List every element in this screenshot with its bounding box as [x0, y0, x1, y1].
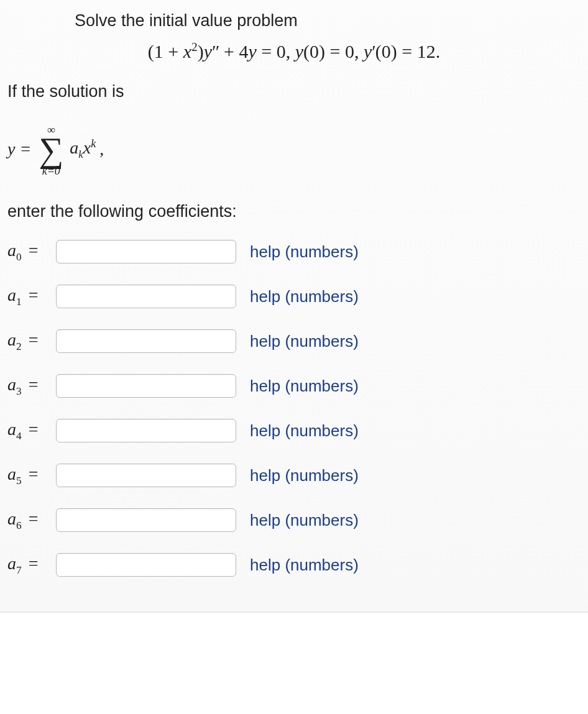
- coefficient-label-a1: a1 =: [7, 285, 56, 308]
- help-link-a6[interactable]: help (numbers): [250, 511, 359, 530]
- series-lhs: y =: [7, 139, 31, 159]
- eq-x: x: [183, 41, 191, 62]
- series-term: akxk: [70, 137, 96, 161]
- sigma-icon: ∞ ∑ k=0: [39, 124, 63, 176]
- coefficient-row-a1: a1 =help (numbers): [7, 285, 581, 308]
- ode-equation: (1 + x2)y″ + 4y = 0, y(0) = 0, y′(0) = 1…: [7, 40, 581, 62]
- eq-plus4: + 4: [219, 41, 249, 62]
- coefficient-label-a0: a0 =: [7, 240, 56, 263]
- coefficient-row-a7: a7 =help (numbers): [7, 553, 581, 577]
- sum-lower-text: k=0: [42, 165, 60, 177]
- eq-x-power: 2: [191, 40, 198, 53]
- sum-lower-limit: k=0: [42, 165, 60, 176]
- help-link-a2[interactable]: help (numbers): [250, 332, 359, 351]
- help-link-a4[interactable]: help (numbers): [250, 421, 359, 441]
- help-link-a7[interactable]: help (numbers): [250, 556, 359, 575]
- coefficient-row-a0: a0 =help (numbers): [7, 240, 581, 263]
- coefficient-label-a2: a2 =: [7, 330, 56, 353]
- coefficient-label-a3: a3 =: [7, 375, 56, 398]
- coefficient-row-a2: a2 =help (numbers): [7, 329, 581, 353]
- coefficient-input-a7[interactable]: [56, 553, 236, 577]
- series-definition: y = ∞ ∑ k=0 akxk ,: [7, 115, 581, 183]
- sigma-symbol: ∑: [39, 135, 63, 165]
- help-link-a3[interactable]: help (numbers): [250, 377, 359, 396]
- eq-y1: y: [204, 41, 212, 62]
- eq-zero: = 0,: [257, 41, 295, 62]
- help-link-a1[interactable]: help (numbers): [250, 287, 359, 306]
- series-a-sub: k: [78, 149, 83, 160]
- coefficient-input-a0[interactable]: [56, 240, 236, 263]
- coefficient-label-a5: a5 =: [7, 464, 56, 487]
- coefficient-row-a6: a6 =help (numbers): [7, 508, 581, 532]
- coefficient-label-a4: a4 =: [7, 419, 56, 442]
- help-link-a0[interactable]: help (numbers): [250, 242, 359, 262]
- coefficient-label-a7: a7 =: [7, 554, 56, 577]
- problem-page: Solve the initial value problem (1 + x2)…: [0, 0, 588, 613]
- enter-coefficients-text: enter the following coefficients:: [7, 202, 581, 221]
- if-solution-text: If the solution is: [7, 82, 581, 101]
- eq-ic2: (0) = 12.: [375, 41, 440, 62]
- eq-y2: y: [248, 41, 256, 62]
- series-lhs-text: y =: [7, 139, 31, 158]
- series-trailing-comma: ,: [99, 139, 104, 159]
- coefficient-input-a6[interactable]: [56, 508, 236, 532]
- eq-ic1: (0) = 0,: [303, 41, 364, 62]
- series-x-sup: k: [91, 137, 96, 150]
- eq-ic1-y: y: [295, 41, 303, 62]
- coefficient-input-a2[interactable]: [56, 329, 236, 353]
- coefficient-row-a3: a3 =help (numbers): [7, 374, 581, 398]
- eq-double-prime: ″: [212, 41, 219, 62]
- series-a: a: [70, 138, 78, 157]
- coefficient-label-a6: a6 =: [7, 509, 56, 532]
- eq-close: ): [198, 41, 204, 62]
- eq-ic2-y: y: [364, 41, 372, 62]
- coefficient-list: a0 =help (numbers)a1 =help (numbers)a2 =…: [7, 240, 581, 577]
- coefficient-input-a4[interactable]: [56, 419, 236, 442]
- coefficient-input-a1[interactable]: [56, 285, 236, 308]
- help-link-a5[interactable]: help (numbers): [250, 466, 359, 485]
- series-x: x: [83, 138, 91, 157]
- problem-intro: Solve the initial value problem: [75, 11, 581, 30]
- eq-open: (1 +: [148, 41, 183, 62]
- coefficient-input-a5[interactable]: [56, 464, 236, 487]
- coefficient-row-a4: a4 =help (numbers): [7, 419, 581, 442]
- coefficient-row-a5: a5 =help (numbers): [7, 464, 581, 487]
- coefficient-input-a3[interactable]: [56, 374, 236, 398]
